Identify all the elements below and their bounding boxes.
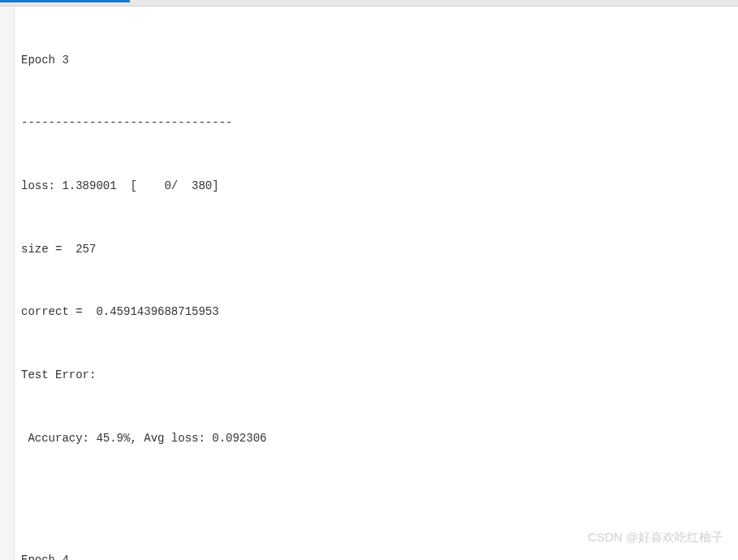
output-line: Test Error: (21, 365, 732, 386)
output-line: Epoch 4 (21, 550, 732, 560)
output-line: size = 257 (21, 239, 732, 261)
top-bar (0, 0, 738, 6)
output-line: correct = 0.4591439688715953 (21, 302, 732, 323)
console-output[interactable]: Epoch 3 ------------------------------- … (15, 6, 738, 560)
output-line: ------------------------------- (21, 113, 732, 134)
gutter (0, 6, 15, 560)
output-line: Accuracy: 45.9%, Avg loss: 0.092306 (21, 429, 732, 450)
output-line: loss: 1.389001 [ 0/ 380] (21, 176, 732, 197)
output-line: Epoch 3 (21, 50, 732, 71)
progress-bar (0, 0, 130, 2)
output-line (21, 491, 732, 508)
content-area: Epoch 3 ------------------------------- … (0, 6, 738, 560)
